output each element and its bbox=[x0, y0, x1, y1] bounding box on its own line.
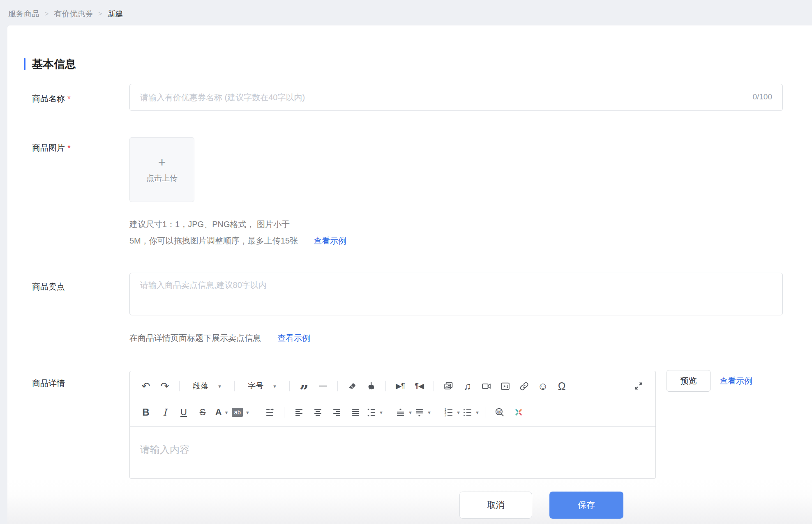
selling-point-label: 商品卖点 bbox=[32, 281, 65, 292]
fullscreen-button[interactable] bbox=[630, 377, 647, 395]
upload-text: 点击上传 bbox=[146, 173, 178, 184]
underline-icon: U bbox=[180, 407, 187, 418]
image-example-link[interactable]: 查看示例 bbox=[314, 236, 346, 245]
image-hint-line1: 建议尺寸1：1，JPG、PNG格式， 图片小于 bbox=[129, 216, 346, 232]
product-image-label-text: 商品图片 bbox=[32, 143, 65, 152]
space-before-paragraph-button[interactable]: ▾ bbox=[395, 403, 412, 421]
product-detail-label-text: 商品详情 bbox=[32, 379, 65, 388]
plugin-button[interactable] bbox=[510, 403, 527, 421]
insert-emoji-button[interactable]: ☺ bbox=[534, 377, 551, 395]
image-upload-button[interactable]: + 点击上传 bbox=[129, 137, 194, 202]
space-after-icon bbox=[414, 407, 424, 418]
toolbar-divider bbox=[485, 407, 485, 418]
detail-example-link[interactable]: 查看示例 bbox=[720, 375, 752, 386]
align-left-button[interactable] bbox=[290, 403, 307, 421]
find-replace-button[interactable]: @ bbox=[491, 403, 508, 421]
breadcrumb-item-paid-coupon[interactable]: 有价优惠券 bbox=[54, 9, 93, 19]
selling-point-field-wrap bbox=[129, 273, 783, 315]
unordered-list-button[interactable]: ▾ bbox=[462, 403, 479, 421]
bold-icon: B bbox=[142, 407, 149, 418]
rich-text-editor: ↶ ↷ 段落 ▾ 字号 ▾ ” bbox=[129, 371, 656, 479]
clear-format-button[interactable] bbox=[362, 377, 380, 395]
cancel-button-label: 取消 bbox=[487, 499, 505, 511]
required-asterisk: * bbox=[67, 143, 71, 152]
ordered-list-icon: 123 bbox=[443, 407, 454, 418]
unordered-list-icon bbox=[462, 407, 473, 418]
editor-content-area[interactable]: 请输入内容 bbox=[130, 427, 655, 479]
space-after-paragraph-button[interactable]: ▾ bbox=[414, 403, 431, 421]
plus-icon: + bbox=[158, 156, 166, 169]
image-icon bbox=[443, 381, 454, 391]
toolbar-divider bbox=[255, 407, 255, 418]
preview-button[interactable]: 预览 bbox=[667, 370, 710, 392]
eraser-button[interactable] bbox=[344, 377, 361, 395]
insert-video-button[interactable] bbox=[478, 377, 495, 395]
breadcrumb-separator: > bbox=[45, 10, 48, 18]
align-right-button[interactable] bbox=[328, 403, 345, 421]
undo-button[interactable]: ↶ bbox=[137, 377, 155, 395]
highlight-color-button[interactable]: ab ▾ bbox=[232, 403, 249, 421]
bold-button[interactable]: B bbox=[137, 403, 155, 421]
paragraph-style-select[interactable]: 段落 ▾ bbox=[185, 377, 228, 395]
toolbar-divider bbox=[337, 381, 338, 391]
indent-before-icon: ¶◀ bbox=[415, 382, 424, 390]
paragraph-select-label: 段落 bbox=[193, 381, 208, 391]
insert-image-button[interactable] bbox=[440, 377, 457, 395]
indent-before-paragraph-button[interactable]: ¶◀ bbox=[411, 377, 428, 395]
indent-button[interactable] bbox=[261, 403, 278, 421]
insert-link-button[interactable] bbox=[515, 377, 533, 395]
section-basic-info: 基本信息 bbox=[24, 57, 76, 71]
emoji-icon: ☺ bbox=[537, 381, 548, 391]
chevron-down-icon: ▾ bbox=[380, 410, 383, 415]
preview-button-label: 预览 bbox=[681, 375, 697, 386]
underline-button[interactable]: U bbox=[175, 403, 192, 421]
font-color-button[interactable]: A ▾ bbox=[213, 403, 230, 421]
align-right-icon bbox=[332, 407, 342, 418]
special-character-button[interactable]: Ω bbox=[553, 377, 570, 395]
at-search-icon: @ bbox=[494, 407, 505, 418]
insert-audio-button[interactable]: ♫ bbox=[459, 377, 476, 395]
italic-button[interactable]: I bbox=[156, 403, 173, 421]
selling-point-example-link[interactable]: 查看示例 bbox=[277, 333, 310, 342]
section-title-text: 基本信息 bbox=[32, 57, 76, 71]
align-center-button[interactable] bbox=[309, 403, 326, 421]
embed-video-button[interactable] bbox=[496, 377, 514, 395]
line-height-button[interactable]: ▾ bbox=[366, 403, 383, 421]
selling-point-helper: 在商品详情页面标题下展示卖点信息查看示例 bbox=[129, 333, 310, 344]
section-accent-bar bbox=[24, 58, 25, 70]
save-button[interactable]: 保存 bbox=[549, 492, 623, 519]
indent-after-paragraph-button[interactable]: ▶¶ bbox=[392, 377, 409, 395]
required-asterisk: * bbox=[67, 94, 71, 103]
char-counter: 0/100 bbox=[752, 92, 772, 101]
product-name-input[interactable] bbox=[129, 84, 783, 111]
video-camera-icon bbox=[481, 381, 491, 391]
product-name-field-wrap: 0/100 bbox=[129, 84, 783, 111]
align-justify-button[interactable] bbox=[347, 403, 364, 421]
font-color-icon: A bbox=[215, 407, 222, 418]
cancel-button[interactable]: 取消 bbox=[459, 492, 532, 519]
font-size-select[interactable]: 字号 ▾ bbox=[240, 377, 284, 395]
ordered-list-button[interactable]: 123 ▾ bbox=[443, 403, 460, 421]
strikethrough-button[interactable]: S bbox=[194, 403, 211, 421]
image-hint-line2: 5M，你可以拖拽图片调整顺序，最多上传15张 bbox=[129, 236, 298, 245]
align-left-icon bbox=[294, 407, 304, 418]
toolbar-divider bbox=[437, 407, 437, 418]
embed-video-icon bbox=[500, 381, 510, 391]
selling-point-helper-text: 在商品详情页面标题下展示卖点信息 bbox=[129, 333, 261, 342]
breadcrumb-item-service-goods[interactable]: 服务商品 bbox=[8, 9, 39, 19]
selling-point-textarea[interactable] bbox=[129, 273, 783, 315]
editor-toolbar: ↶ ↷ 段落 ▾ 字号 ▾ ” bbox=[130, 371, 655, 427]
indent-after-icon: ▶¶ bbox=[396, 382, 405, 390]
omega-icon: Ω bbox=[558, 381, 566, 391]
toolbar-row-1: ↶ ↷ 段落 ▾ 字号 ▾ ” bbox=[136, 373, 648, 399]
redo-icon: ↷ bbox=[161, 381, 169, 391]
horizontal-rule-button[interactable] bbox=[314, 377, 332, 395]
breadcrumb-item-new: 新建 bbox=[108, 9, 123, 19]
svg-text:@: @ bbox=[497, 409, 501, 414]
fullscreen-icon bbox=[634, 381, 644, 391]
redo-button[interactable]: ↷ bbox=[156, 377, 173, 395]
toolbar-divider bbox=[289, 381, 290, 391]
image-hint-line2-row: 5M，你可以拖拽图片调整顺序，最多上传15张查看示例 bbox=[129, 232, 346, 249]
blockquote-button[interactable]: ” bbox=[295, 377, 313, 395]
indent-icon bbox=[265, 407, 275, 418]
